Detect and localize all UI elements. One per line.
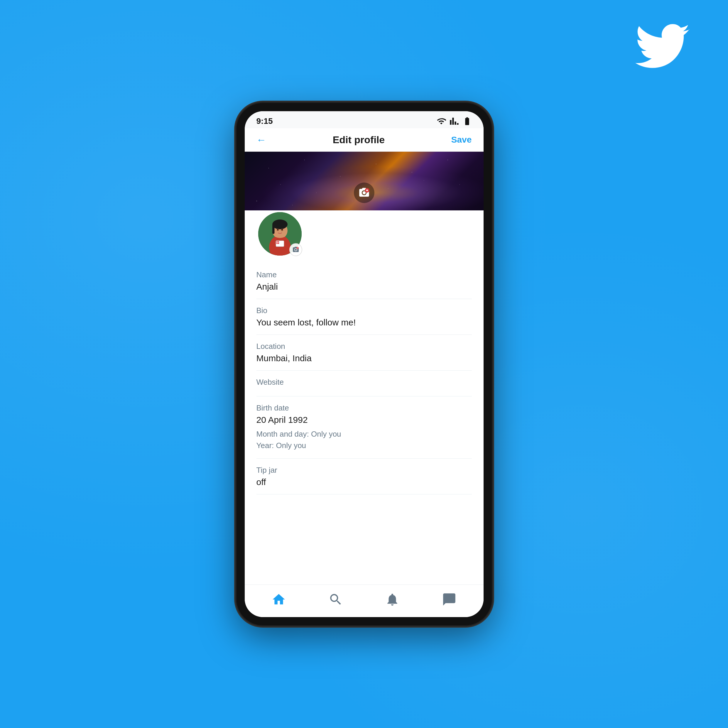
birth-privacy-day: Month and day: Only you xyxy=(257,428,472,440)
camera-icon xyxy=(358,187,370,199)
svg-point-11 xyxy=(277,229,278,230)
birth-date-label: Birth date xyxy=(257,404,472,413)
bio-label: Bio xyxy=(257,306,472,315)
notifications-icon xyxy=(385,592,400,607)
profile-content: Name Anjali Bio You seem lost, follow me… xyxy=(245,152,483,584)
phone-screen: 9:15 ← Edit profile Save xyxy=(245,111,483,617)
phone-shell: 9:15 ← Edit profile Save xyxy=(237,103,492,625)
status-icons xyxy=(437,116,472,126)
website-field[interactable]: Website xyxy=(257,371,472,396)
birth-date-privacy: Month and day: Only you Year: Only you xyxy=(257,428,472,451)
location-field[interactable]: Location Mumbai, India xyxy=(257,335,472,371)
bottom-nav xyxy=(245,584,483,617)
nav-messages[interactable] xyxy=(440,591,458,608)
status-bar: 9:15 xyxy=(245,111,483,128)
nav-home[interactable] xyxy=(270,591,288,608)
page-title: Edit profile xyxy=(333,134,385,145)
svg-point-7 xyxy=(272,219,288,229)
name-label: Name xyxy=(257,270,472,279)
profile-area xyxy=(245,210,483,263)
back-button[interactable]: ← xyxy=(257,134,266,145)
location-label: Location xyxy=(257,342,472,351)
signal-icon xyxy=(450,116,459,126)
tip-jar-field[interactable]: Tip jar off xyxy=(257,459,472,494)
birth-date-value: 20 April 1992 xyxy=(257,415,472,425)
status-time: 9:15 xyxy=(257,116,273,126)
name-field[interactable]: Name Anjali xyxy=(257,263,472,299)
svg-rect-8 xyxy=(272,224,274,234)
battery-icon xyxy=(462,116,472,126)
form-section: Name Anjali Bio You seem lost, follow me… xyxy=(245,263,483,494)
camera-small-icon xyxy=(292,246,299,253)
name-value: Anjali xyxy=(257,282,472,292)
home-icon xyxy=(271,592,286,607)
top-nav: ← Edit profile Save xyxy=(245,128,483,152)
tip-jar-label: Tip jar xyxy=(257,466,472,475)
wifi-icon xyxy=(437,116,446,126)
save-button[interactable]: Save xyxy=(451,135,471,145)
birth-date-field[interactable]: Birth date 20 April 1992 Month and day: … xyxy=(257,396,472,459)
search-icon xyxy=(328,592,343,607)
svg-point-12 xyxy=(281,229,283,230)
location-value: Mumbai, India xyxy=(257,353,472,363)
bio-value: You seem lost, follow me! xyxy=(257,318,472,327)
avatar-wrapper[interactable] xyxy=(257,210,303,257)
tip-jar-value: off xyxy=(257,477,472,487)
twitter-logo xyxy=(634,23,693,70)
birth-privacy-year: Year: Only you xyxy=(257,440,472,451)
edit-avatar-button[interactable] xyxy=(289,243,302,256)
edit-cover-button[interactable] xyxy=(354,182,375,203)
website-label: Website xyxy=(257,378,472,387)
nav-notifications[interactable] xyxy=(384,591,401,608)
messages-icon xyxy=(442,592,457,607)
nav-search[interactable] xyxy=(327,591,344,608)
bio-field[interactable]: Bio You seem lost, follow me! xyxy=(257,299,472,335)
